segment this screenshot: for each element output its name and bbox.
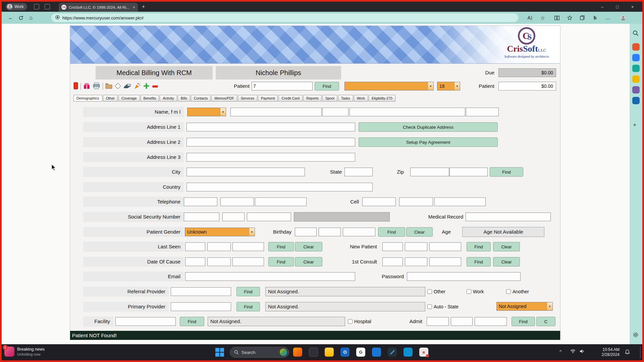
tab-payment[interactable]: Payment: [258, 95, 278, 102]
ssn-part3-input[interactable]: [247, 213, 291, 221]
ssn-part2-input[interactable]: [222, 213, 245, 221]
taskbar-app-icon-2[interactable]: [372, 348, 381, 357]
volume-icon[interactable]: [580, 349, 585, 355]
cell-area-input[interactable]: [362, 197, 396, 206]
outlook-icon[interactable]: O: [340, 348, 350, 357]
taskbar-app-icon-1[interactable]: [293, 348, 302, 357]
browser-tab[interactable]: CS CrisSoft LLC, © 1998-2024, All Ri... …: [59, 3, 138, 12]
facility-find-button[interactable]: Find: [180, 317, 204, 326]
other-checkbox[interactable]: [427, 289, 432, 294]
clock[interactable]: 10:54 AM 2/28/2024: [593, 347, 620, 357]
site-info-icon[interactable]: [55, 15, 60, 20]
cell-number-input[interactable]: [434, 197, 486, 206]
exit-icon[interactable]: [73, 82, 78, 91]
tab-activity[interactable]: Activity: [160, 95, 177, 102]
gift-icon[interactable]: [83, 82, 90, 91]
notification-bell-icon[interactable]: [625, 349, 630, 356]
print-icon[interactable]: [93, 82, 100, 91]
consult-clear-button[interactable]: Clear: [493, 257, 520, 266]
tab-spool[interactable]: Spool: [322, 95, 337, 102]
party-popper-icon[interactable]: [134, 82, 141, 91]
patient-search-input[interactable]: [252, 82, 313, 90]
workspaces-icon[interactable]: [34, 4, 39, 9]
browser-essentials-icon[interactable]: b: [590, 13, 600, 22]
tab-work[interactable]: Work: [354, 95, 368, 102]
last-seen-clear-button[interactable]: Clear: [295, 242, 322, 251]
mail-app-icon[interactable]: e: [419, 348, 428, 357]
sidebar-app-icon-3[interactable]: [632, 65, 640, 72]
last-seen-year-input[interactable]: [232, 242, 264, 251]
country-input[interactable]: [186, 183, 373, 191]
add-icon[interactable]: [143, 83, 150, 90]
name-suffix-input[interactable]: [466, 108, 499, 116]
tab-coverage[interactable]: Coverage: [118, 95, 140, 102]
new-patient-clear-button[interactable]: Clear: [493, 242, 520, 251]
admit-day-input[interactable]: [451, 317, 473, 326]
pen-app-icon[interactable]: [388, 348, 397, 357]
hospital-checkbox-group[interactable]: Hospital: [348, 317, 371, 326]
tab-contacts[interactable]: Contacts: [191, 95, 211, 102]
cell-prefix-input[interactable]: [399, 197, 433, 206]
referral-find-button[interactable]: Find: [236, 287, 260, 296]
address2-input[interactable]: [186, 138, 355, 146]
auto-state-checkbox[interactable]: [427, 304, 432, 309]
chrome-icon[interactable]: G: [356, 348, 365, 357]
tab-close-icon[interactable]: ×: [132, 5, 135, 10]
facility-input[interactable]: [115, 317, 176, 326]
password-input[interactable]: [407, 272, 521, 281]
hospital-checkbox[interactable]: [348, 319, 353, 324]
zip-find-button[interactable]: Find: [490, 167, 523, 177]
consult-month-input[interactable]: [382, 257, 403, 266]
tab-eligibility-270[interactable]: Eligibiilty-270: [369, 95, 395, 102]
settings-more-icon[interactable]: …: [603, 13, 613, 22]
folder-icon[interactable]: [105, 83, 112, 90]
last-seen-find-button[interactable]: Find: [268, 242, 294, 251]
sidebar-add-icon[interactable]: +: [633, 122, 637, 129]
tab-credit-card[interactable]: Credit Card: [278, 95, 303, 102]
eraser-icon[interactable]: [123, 83, 131, 90]
new-patient-month-input[interactable]: [382, 242, 403, 251]
patient-list-select[interactable]: ▼: [344, 82, 434, 90]
primary-assignment-select[interactable]: Not Assigned ▼: [496, 302, 553, 311]
telephone-area-input[interactable]: [184, 197, 217, 206]
diamond-icon[interactable]: [115, 83, 121, 90]
middle-name-input[interactable]: [322, 108, 348, 116]
new-patient-day-input[interactable]: [405, 242, 427, 251]
sidebar-search-icon[interactable]: [632, 30, 640, 37]
birthday-clear-button[interactable]: Clear: [406, 227, 433, 237]
sidebar-app-icon-5[interactable]: [632, 86, 640, 94]
sidebar-app-icon-2[interactable]: [632, 54, 640, 61]
zip-input[interactable]: [410, 168, 449, 176]
tab-benefits[interactable]: Benefits: [141, 95, 159, 102]
sidebar-app-icon-6[interactable]: [632, 97, 640, 104]
file-explorer-icon[interactable]: [325, 348, 334, 357]
tab-reports[interactable]: Reports: [303, 95, 322, 102]
show-desktop-strip[interactable]: [640, 346, 641, 358]
cause-year-input[interactable]: [232, 257, 264, 266]
address-bar[interactable]: https://www.mercuryuser.com/answer.plc#: [51, 13, 518, 22]
taskbar-app-icon-3[interactable]: [404, 348, 413, 357]
tab-tasks[interactable]: Tasks: [338, 95, 353, 102]
name-title-select[interactable]: ▼: [187, 108, 226, 116]
another-checkbox[interactable]: [506, 289, 511, 294]
cause-month-input[interactable]: [185, 257, 205, 266]
work-checkbox[interactable]: [467, 289, 471, 294]
read-aloud-icon[interactable]: A⟩: [525, 13, 535, 22]
sidebar-app-icon-4[interactable]: [632, 75, 640, 83]
settings-gear-icon[interactable]: [632, 331, 640, 339]
other-checkbox-group[interactable]: Other: [427, 287, 445, 296]
close-button[interactable]: ×: [625, 2, 640, 12]
referral-provider-input[interactable]: [171, 287, 231, 296]
admit-month-input[interactable]: [427, 317, 449, 326]
setup-pay-agreement-button[interactable]: Setup Pay Agreement: [359, 137, 498, 147]
tab-services[interactable]: Services: [238, 95, 257, 102]
new-patient-year-input[interactable]: [429, 242, 461, 251]
admit-find-button[interactable]: Find: [512, 317, 535, 326]
address1-input[interactable]: [186, 123, 355, 131]
tray-chevron-icon[interactable]: ^: [559, 349, 561, 354]
auto-state-checkbox-group[interactable]: Auto - State: [427, 302, 459, 311]
primary-find-button[interactable]: Find: [236, 302, 260, 311]
remove-icon[interactable]: [152, 83, 158, 89]
split-screen-icon[interactable]: [552, 13, 562, 22]
tab-bills[interactable]: Bills: [178, 95, 190, 102]
